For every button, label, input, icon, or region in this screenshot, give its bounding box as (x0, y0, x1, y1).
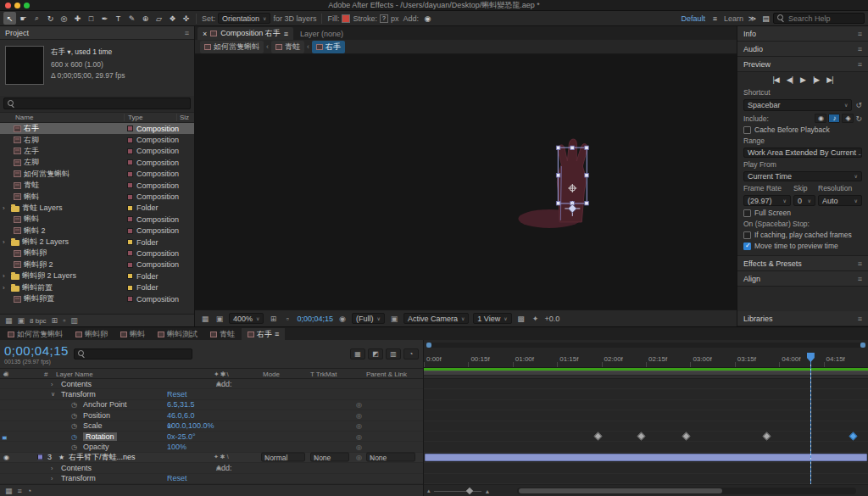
column-size[interactable]: Siz (176, 114, 194, 121)
twirl-icon[interactable]: › (51, 465, 53, 471)
timeline-tab[interactable]: 如何當隻蝌蚪 (2, 328, 69, 340)
new-composition-icon[interactable]: ▫ (63, 316, 65, 325)
preview-panel-header[interactable]: Preview ≡ (737, 57, 868, 72)
pickwhip-icon[interactable]: ◎ (356, 411, 362, 419)
panel-menu-icon[interactable]: ≡ (858, 259, 862, 268)
label-chip[interactable] (127, 285, 133, 291)
include-audio-icon[interactable]: ♪ (828, 114, 840, 123)
property-value[interactable]: 46.0,6.0 (167, 411, 195, 420)
zoom-slider-thumb[interactable] (465, 487, 472, 493)
timeline-tab[interactable]: 蝌蚪卵 (70, 328, 114, 340)
brush-tool[interactable]: ✎ (125, 12, 138, 25)
switches-column-icons[interactable]: ✦✱\ (214, 370, 230, 377)
parent-dropdown[interactable]: None∨ (366, 453, 415, 462)
property-row[interactable]: ◷ Scale ∞100.0,100.0% ◎ (0, 421, 423, 432)
table-row[interactable]: 蝌蚪 2 Composition (0, 226, 194, 237)
next-keyframe-icon[interactable]: ▶ (3, 433, 7, 439)
resolution-dropdown[interactable]: (Full)∨ (352, 313, 385, 324)
table-row[interactable]: ›蝌蚪前置 Folder (0, 281, 194, 293)
camera-dropdown[interactable]: Active Camera∨ (403, 313, 469, 324)
hand-tool[interactable]: ☛ (17, 12, 30, 25)
property-row-rotation[interactable]: ◀ ◆ ▶ ◷ Rotation 0x-25.0° ◎ (0, 432, 423, 442)
property-row[interactable]: ◷ Opacity 100% ◎ (0, 442, 423, 452)
interpret-footage-icon[interactable]: ▦ (5, 316, 13, 325)
panel-menu-icon[interactable]: ≡ (858, 315, 862, 323)
clone-stamp-tool[interactable]: ⊕ (139, 12, 152, 25)
zoom-in-mountain-icon[interactable]: ▲ (485, 488, 491, 494)
table-row[interactable]: ›蝌蚪卵 2 Layers Folder (0, 270, 194, 281)
workspace-selector[interactable]: Default (681, 14, 705, 23)
timeline-tab[interactable]: 蝌蚪測試 (152, 328, 203, 340)
property-row[interactable]: ◷ Anchor Point 6.5,31.5 ◎ (0, 400, 423, 410)
label-chip[interactable] (127, 296, 133, 302)
add-property-icon[interactable]: ◉ (421, 12, 434, 25)
last-frame-button[interactable]: ▶| (826, 75, 832, 84)
breadcrumb-item[interactable]: 如何當隻蝌蚪 (200, 41, 264, 53)
3d-view-icon[interactable]: ✦ (531, 315, 541, 323)
label-chip[interactable] (127, 182, 133, 188)
table-row[interactable]: 蝌蚪卵 2 Composition (0, 259, 194, 270)
stopwatch-icon[interactable]: ◷ (71, 411, 77, 419)
table-row[interactable]: 左手 Composition (0, 146, 194, 157)
delete-item-icon[interactable]: ▥ (70, 316, 78, 325)
checkbox-box[interactable] (743, 231, 751, 239)
table-row[interactable]: ›青蛙 Layers Folder (0, 203, 194, 214)
label-chip[interactable] (127, 171, 133, 177)
stopwatch-icon[interactable]: ◷ (71, 443, 77, 451)
workspace-learn-tab[interactable]: Learn (724, 14, 743, 23)
pickwhip-icon[interactable]: ◎ (356, 443, 362, 451)
trkmat-column[interactable]: T TrkMat (310, 370, 337, 377)
new-folder-icon[interactable]: ⊞ (52, 316, 58, 325)
property-group-row[interactable]: › Contents Add:◉ (0, 379, 423, 389)
minimize-window-button[interactable] (14, 3, 20, 8)
panel-menu-icon[interactable]: ≡ (858, 60, 862, 69)
eye-icon[interactable]: ◉ (3, 454, 9, 461)
property-value[interactable]: 6.5,31.5 (167, 400, 195, 409)
transparency-grid-icon[interactable]: ▩ (516, 315, 526, 323)
next-frame-button[interactable]: |▶ (813, 75, 819, 84)
checkbox-box[interactable] (743, 209, 751, 217)
orientation-dropdown[interactable]: Orientation ∨ (218, 13, 270, 24)
proxy-icon[interactable]: ▣ (18, 316, 25, 325)
align-panel-header[interactable]: Align ≡ (737, 271, 868, 287)
magnification-dropdown[interactable]: 400%∨ (229, 313, 264, 324)
label-chip[interactable] (127, 194, 133, 200)
pen-tool[interactable]: ✒ (98, 12, 111, 25)
snapshot-icon[interactable]: ◉ (337, 315, 348, 323)
keyframe-diamond[interactable] (763, 432, 771, 441)
layer-label-chip[interactable] (37, 454, 43, 460)
grid-guides-icon[interactable]: ⊞ (268, 315, 278, 323)
layer-row[interactable]: ◉ 3 ★ 右手臂下/青蛙...nes ✦✱\ Normal∨ None∨ ◎ … (0, 453, 423, 463)
label-chip[interactable] (127, 137, 133, 143)
track-row[interactable] (424, 421, 868, 432)
first-frame-button[interactable]: |◀ (773, 75, 779, 84)
property-group-row[interactable]: › Transform Reset (0, 474, 423, 484)
layer-switches[interactable]: ✦✱\ (214, 454, 231, 460)
timeline-ruler[interactable]: 0:00f00:15f01:00f01:15f02:00f02:15f03:00… (424, 352, 868, 368)
always-preview-icon[interactable]: ▦ (200, 315, 210, 323)
mask-visibility-icon[interactable]: ▫ (282, 315, 292, 323)
selection-tool[interactable]: ↖ (3, 12, 16, 25)
timeline-search-input[interactable] (74, 348, 192, 359)
lock-column-icon[interactable]: ▪ (3, 371, 5, 376)
motion-blur-icon[interactable]: ◔ (403, 348, 419, 359)
twirl-icon[interactable]: › (3, 204, 8, 212)
zoom-window-button[interactable] (24, 3, 30, 8)
draft-3d-icon[interactable]: ◩ (368, 348, 383, 359)
shortcut-dropdown[interactable]: Spacebar ∨ (743, 99, 852, 111)
parent-link-column[interactable]: Parent & Link (366, 370, 407, 377)
pickwhip-icon[interactable]: ◎ (356, 401, 362, 409)
loop-icon[interactable]: ↻ (855, 114, 862, 123)
twirl-icon[interactable]: › (51, 476, 53, 482)
pickwhip-icon[interactable]: ◎ (356, 454, 362, 461)
help-search-input[interactable]: Search Help (773, 13, 865, 24)
twirl-icon[interactable]: ∨ (51, 391, 55, 398)
cache-before-playback-checkbox[interactable]: Cache Before Playback (743, 125, 862, 134)
bit-depth-button[interactable]: 8 bpc (30, 317, 47, 325)
label-chip[interactable] (127, 273, 133, 279)
current-time-block[interactable]: 0;00;04;15 00135 (29.97 fps) (4, 344, 69, 365)
panel-menu-icon[interactable]: ≡ (185, 29, 189, 37)
blend-mode-dropdown[interactable]: Normal∨ (261, 453, 305, 462)
layer-number-column[interactable]: # (44, 370, 47, 377)
reset-preview-icon[interactable]: ↺ (855, 101, 862, 109)
